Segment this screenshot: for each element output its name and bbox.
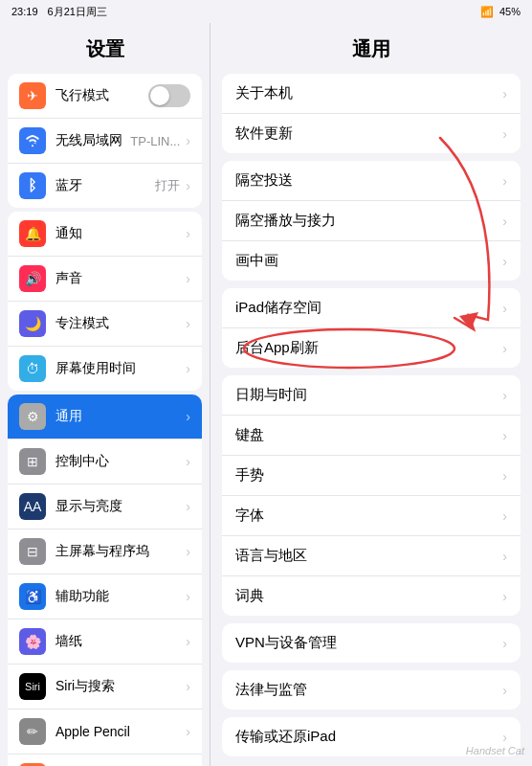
settings-item-keyboard[interactable]: 键盘 › [222,416,521,456]
settings-group-vpn: VPN与设备管理 › [222,623,521,663]
settings-item-airplay[interactable]: 隔空播放与接力 › [222,201,521,241]
settings-item-pip[interactable]: 画中画 › [222,241,521,281]
notification-icon: 🔔 [19,220,46,247]
settings-item-softwareupdate[interactable]: 软件更新 › [222,114,521,153]
airplane-toggle[interactable] [148,84,190,107]
accessibility-icon: ♿ [19,583,46,610]
settings-group-datetime: 日期与时间 › 键盘 › 手势 › 字体 › 语言与地区 › 词典 › [222,375,521,616]
sidebar-item-wallpaper[interactable]: 🌸 墙纸 › [8,620,202,665]
sidebar-item-notification[interactable]: 🔔 通知 › [8,212,202,257]
sidebar-group-system: 🔔 通知 › 🔊 声音 › 🌙 专注模式 › ⏱ 屏幕使用时间 › [8,212,202,391]
right-panel-title: 通用 [211,23,532,70]
settings-item-font[interactable]: 字体 › [222,496,521,536]
settings-item-language[interactable]: 语言与地区 › [222,536,521,576]
sidebar-item-control[interactable]: ⊞ 控制中心 › [8,439,202,484]
settings-item-legal[interactable]: 法律与监管 › [222,670,521,710]
siri-icon: Siri [19,673,46,700]
sidebar-item-display[interactable]: AA 显示与亮度 › [8,484,202,529]
general-icon: ⚙ [19,403,46,430]
wifi-icon [19,127,46,154]
settings-item-bgrefresh[interactable]: 后台App刷新 › [222,328,521,368]
sidebar-item-focus[interactable]: 🌙 专注模式 › [8,302,202,347]
sidebar: 设置 ✈ 飞行模式 无线局域网 TP-LIN... › ᛒ 蓝牙 打开 › [0,23,211,766]
sidebar-item-screentime[interactable]: ⏱ 屏幕使用时间 › [8,347,202,391]
sidebar-item-siri[interactable]: Siri Siri与搜索 › [8,665,202,710]
wallpaper-icon: 🌸 [19,628,46,655]
settings-item-gesture[interactable]: 手势 › [222,456,521,496]
sidebar-group-device: ⚙ 通用 › ⊞ 控制中心 › AA 显示与亮度 › ⊟ 主屏幕与程序坞 › ♿ [8,394,202,766]
date: 6月21日周三 [48,5,107,19]
sidebar-item-sound[interactable]: 🔊 声音 › [8,257,202,302]
svg-point-0 [32,145,33,146]
right-panel: 通用 关于本机 › 软件更新 › 隔空投送 › 隔空播放与接力 › 画中画 [211,23,532,766]
settings-group-legal: 法律与监管 › [222,670,521,710]
focus-icon: 🌙 [19,310,46,337]
settings-item-storage[interactable]: iPad储存空间 › [222,288,521,328]
settings-group-airdrop: 隔空投送 › 隔空播放与接力 › 画中画 › [222,161,521,281]
watermark: Handset Cat [466,745,524,756]
settings-item-airdrop[interactable]: 隔空投送 › [222,161,521,201]
settings-group-about: 关于本机 › 软件更新 › [222,74,521,153]
sidebar-group-connectivity: ✈ 飞行模式 无线局域网 TP-LIN... › ᛒ 蓝牙 打开 › [8,74,202,208]
pencil-icon: ✏ [19,718,46,745]
sidebar-item-accessibility[interactable]: ♿ 辅助功能 › [8,574,202,620]
sidebar-title: 设置 [0,23,210,70]
homescreen-icon: ⊟ [19,538,46,565]
wifi-icon: 📶 [480,6,494,18]
sidebar-item-wifi[interactable]: 无线局域网 TP-LIN... › [8,119,202,164]
airplane-icon: ✈ [19,82,46,109]
sidebar-item-bluetooth[interactable]: ᛒ 蓝牙 打开 › [8,164,202,208]
sidebar-item-touchid[interactable]: 👆 触控ID与密码 › [8,755,202,766]
sidebar-item-airplane[interactable]: ✈ 飞行模式 [8,74,202,119]
status-bar: 23:19 6月21日周三 📶 45% [0,0,532,23]
control-icon: ⊞ [19,448,46,475]
bluetooth-icon: ᛒ [19,172,46,199]
settings-item-datetime[interactable]: 日期与时间 › [222,375,521,416]
sidebar-item-homescreen[interactable]: ⊟ 主屏幕与程序坞 › [8,529,202,574]
settings-item-about[interactable]: 关于本机 › [222,74,521,114]
display-icon: AA [19,493,46,520]
sound-icon: 🔊 [19,265,46,292]
sidebar-item-pencil[interactable]: ✏ Apple Pencil › [8,710,202,755]
settings-item-vpn[interactable]: VPN与设备管理 › [222,623,521,663]
time: 23:19 [11,6,38,17]
sidebar-item-general[interactable]: ⚙ 通用 › [8,394,202,439]
battery-indicator: 45% [499,6,521,17]
screentime-icon: ⏱ [19,355,46,382]
settings-item-dictionary[interactable]: 词典 › [222,576,521,616]
settings-group-storage: iPad储存空间 › 后台App刷新 › [222,288,521,368]
